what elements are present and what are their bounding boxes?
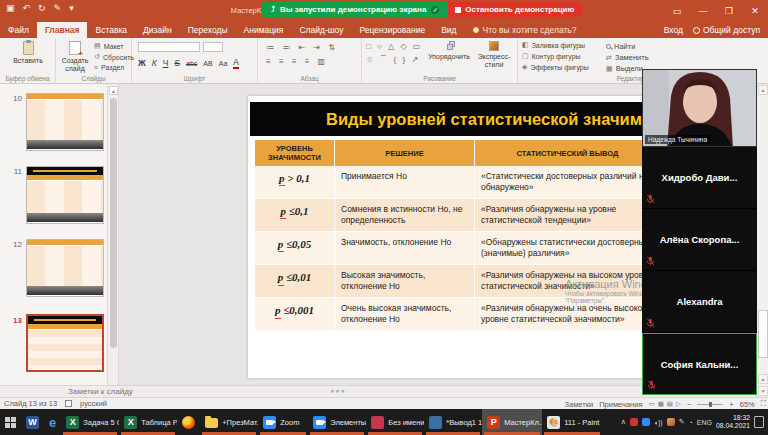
- share-access-button[interactable]: Общий доступ: [693, 25, 760, 35]
- clock[interactable]: 18:32 08.04.2021: [716, 414, 750, 431]
- taskbar-excel-1[interactable]: XЗадача 5 С...: [61, 409, 119, 435]
- previous-slide-icon[interactable]: ▲: [758, 374, 768, 384]
- slide-sorter-icon[interactable]: ▦: [658, 400, 664, 408]
- next-slide-icon[interactable]: ▼: [758, 386, 768, 396]
- reset-button[interactable]: ↺Сбросить: [94, 53, 134, 61]
- hidden-icons-chevron[interactable]: ∧: [621, 418, 626, 426]
- zoom-out-button[interactable]: −: [687, 400, 691, 409]
- shape-fill-button[interactable]: ◧Заливка фигуры: [522, 41, 585, 49]
- zoom-slider[interactable]: [697, 404, 723, 405]
- taskbar-vyvod[interactable]: *Вывод1 1...: [424, 409, 482, 435]
- pen-icon[interactable]: ✎: [54, 3, 62, 13]
- ribbon-display-options-icon[interactable]: ▭: [664, 0, 690, 22]
- thumbnails-scroll-thumb[interactable]: [110, 98, 117, 348]
- quick-styles-button[interactable]: Экспресс-стили: [472, 41, 516, 69]
- taskbar-word[interactable]: W: [21, 409, 44, 435]
- font-size-input[interactable]: [203, 42, 223, 52]
- zoom-level[interactable]: 65%: [740, 400, 755, 409]
- shapes-gallery-row2[interactable]: ☆ ⌒ { } ↗: [366, 55, 420, 65]
- pen-tray-icon[interactable]: ✎: [679, 418, 685, 426]
- notes-toggle[interactable]: Заметки: [564, 400, 593, 409]
- scroll-up-icon[interactable]: ▲: [109, 86, 118, 95]
- taskbar-powerpoint-active[interactable]: PМастерКл...: [482, 409, 542, 435]
- scroll-up-icon[interactable]: ▲: [758, 85, 768, 95]
- replace-button[interactable]: ⇄Заменить: [606, 53, 649, 62]
- tab-transitions[interactable]: Переходы: [180, 22, 236, 38]
- taskbar-zoom[interactable]: Zoom: [258, 409, 308, 435]
- spellcheck-icon[interactable]: [65, 400, 72, 407]
- shapes-gallery[interactable]: □ ○ △ ◇ ▭: [366, 42, 422, 52]
- tab-file[interactable]: Файл: [0, 22, 37, 38]
- zoom-slider-thumb[interactable]: [709, 402, 712, 407]
- strikethrough-button[interactable]: S: [174, 58, 180, 68]
- font-name-input[interactable]: [138, 42, 200, 52]
- layout-button[interactable]: ▤Макет: [94, 42, 123, 50]
- notes-splitter-grip[interactable]: ●●●: [330, 387, 346, 394]
- network-icon[interactable]: ◔: [689, 419, 693, 426]
- scroll-thumb[interactable]: [758, 310, 768, 358]
- paragraph-icons-row1[interactable]: ≔ ≕ ⇤ ⇥ ⇅: [266, 43, 338, 52]
- arrange-button[interactable]: Упорядочить: [426, 41, 472, 61]
- tab-slideshow[interactable]: Слайд-шоу: [291, 22, 351, 38]
- slide-scrollbar[interactable]: ▲ ▲ ▼: [756, 84, 768, 397]
- close-button[interactable]: ✕: [742, 0, 768, 22]
- select-button[interactable]: ▦Выдели: [606, 64, 643, 73]
- participant-tile[interactable]: Алёна Скоропа...: [642, 209, 757, 271]
- taskbar-firefox[interactable]: [177, 409, 200, 435]
- normal-view-icon[interactable]: ▭: [648, 400, 654, 408]
- tell-me-box[interactable]: Что вы хотите сделать?: [465, 22, 585, 38]
- thumbnail-slide-12[interactable]: [26, 239, 104, 297]
- tab-design[interactable]: Дизайн: [135, 22, 180, 38]
- save-icon[interactable]: ▣: [6, 3, 15, 13]
- action-center-icon[interactable]: [754, 416, 764, 428]
- undo-icon[interactable]: ↶: [23, 3, 31, 13]
- qat-dropdown-icon[interactable]: ▾: [69, 3, 74, 13]
- char-spacing-button[interactable]: АВ: [203, 60, 212, 67]
- tab-animations[interactable]: Анимация: [236, 22, 292, 38]
- participant-tile[interactable]: Alexandra: [642, 271, 757, 333]
- reading-view-icon[interactable]: ▤: [667, 400, 673, 408]
- find-button[interactable]: Найти: [606, 42, 635, 51]
- language-tray[interactable]: ENG: [697, 419, 712, 426]
- clear-format-button[interactable]: abc: [186, 60, 197, 67]
- start-button[interactable]: [0, 409, 21, 435]
- section-button[interactable]: ≡Раздел: [94, 64, 124, 71]
- tray-zoom-icon[interactable]: [642, 418, 650, 426]
- language-indicator[interactable]: русский: [80, 399, 107, 408]
- thumbnail-slide-11[interactable]: [26, 166, 104, 224]
- tray-color-icon[interactable]: [667, 418, 675, 426]
- font-color-button[interactable]: А: [233, 57, 239, 69]
- change-case-button[interactable]: Аа: [219, 60, 228, 67]
- paragraph-icons-row2[interactable]: ≡ ≡ ≡ ≡ ▥: [266, 57, 328, 66]
- participant-tile[interactable]: Хидробо Дави...: [642, 147, 757, 209]
- shape-effects-button[interactable]: ◈Эффекты фигуры: [522, 63, 589, 71]
- italic-button[interactable]: К: [152, 58, 157, 68]
- taskbar-untitled[interactable]: Без имени...: [366, 409, 424, 435]
- stop-share-button[interactable]: Остановить демонстрацию: [448, 2, 581, 17]
- new-slide-button[interactable]: Создать слайд: [58, 41, 92, 73]
- participant-tile-active[interactable]: София Кальни...: [642, 333, 757, 395]
- underline-button[interactable]: Ч: [163, 58, 169, 68]
- tab-insert[interactable]: Вставка: [87, 22, 135, 38]
- sign-in-link[interactable]: Вход: [664, 25, 683, 35]
- thumbnail-slide-10[interactable]: [26, 93, 104, 151]
- taskbar-edge[interactable]: e: [44, 409, 61, 435]
- minimize-button[interactable]: —: [690, 0, 716, 22]
- restore-button[interactable]: ❐: [716, 0, 742, 22]
- volume-icon[interactable]: ◖)): [654, 419, 663, 426]
- thumbnails-scrollbar[interactable]: ▲: [108, 84, 119, 385]
- taskbar-paint[interactable]: 🎨111 - Paint: [542, 409, 602, 435]
- tab-home[interactable]: Главная: [37, 22, 88, 38]
- fit-to-window-icon[interactable]: ⛶: [761, 399, 766, 409]
- paste-button[interactable]: Вставить: [8, 41, 48, 65]
- redo-icon[interactable]: ↻: [38, 3, 46, 13]
- slideshow-icon[interactable]: ▷: [676, 400, 681, 408]
- bold-button[interactable]: Ж: [138, 58, 146, 68]
- thumbnail-slide-13-selected[interactable]: [26, 314, 104, 372]
- zoom-in-button[interactable]: +: [729, 400, 733, 409]
- tray-red-icon[interactable]: [630, 418, 638, 426]
- tab-view[interactable]: Вид: [433, 22, 464, 38]
- shape-outline-button[interactable]: ▢Контур фигуры: [522, 52, 581, 60]
- taskbar-zoom-2[interactable]: Элементы ...: [308, 409, 366, 435]
- taskbar-folder[interactable]: +ПрезМат...: [200, 409, 258, 435]
